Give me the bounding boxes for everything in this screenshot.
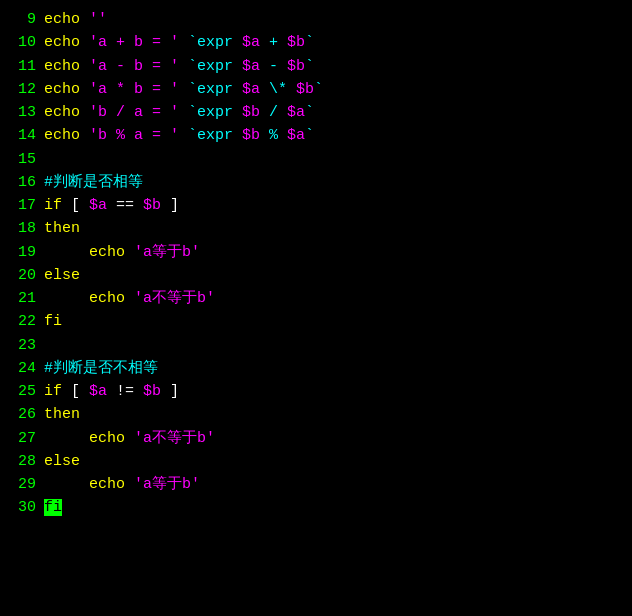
line-code: #判断是否相等 — [44, 171, 143, 194]
code-token: 'b / a = ' — [89, 104, 179, 121]
code-token: echo — [44, 476, 134, 493]
code-token: echo — [44, 244, 134, 261]
code-token: echo — [44, 127, 89, 144]
code-line: 28else — [8, 450, 624, 473]
code-token: \* — [260, 81, 296, 98]
code-editor: 9echo ''10echo 'a + b = ' `expr $a + $b`… — [0, 8, 632, 520]
code-line: 24#判断是否不相等 — [8, 357, 624, 380]
code-line: 17if [ $a == $b ] — [8, 194, 624, 217]
line-code: echo 'a - b = ' `expr $a - $b` — [44, 55, 314, 78]
line-number: 29 — [8, 473, 36, 496]
code-token: fi — [44, 499, 62, 516]
code-line: 26then — [8, 403, 624, 426]
line-number: 19 — [8, 241, 36, 264]
line-number: 27 — [8, 427, 36, 450]
code-token: echo — [44, 58, 89, 75]
code-token: % — [260, 127, 287, 144]
line-code: echo 'a等于b' — [44, 241, 200, 264]
line-number: 12 — [8, 78, 36, 101]
code-token: ` — [305, 127, 314, 144]
line-number: 24 — [8, 357, 36, 380]
code-token: [ — [62, 383, 89, 400]
code-token: else — [44, 267, 80, 284]
line-number: 13 — [8, 101, 36, 124]
code-line: 11echo 'a - b = ' `expr $a - $b` — [8, 55, 624, 78]
line-code: fi — [44, 310, 62, 333]
line-number: 20 — [8, 264, 36, 287]
code-token: + — [260, 34, 287, 51]
code-token: 'a等于b' — [134, 244, 200, 261]
code-token: $a — [287, 127, 305, 144]
code-token: != — [107, 383, 143, 400]
code-line: 22fi — [8, 310, 624, 333]
code-token: 'b % a = ' — [89, 127, 179, 144]
code-line: 19 echo 'a等于b' — [8, 241, 624, 264]
line-code: echo 'a等于b' — [44, 473, 200, 496]
code-line: 30fi — [8, 496, 624, 519]
code-token: $b — [287, 34, 305, 51]
code-token: $b — [296, 81, 314, 98]
code-token: else — [44, 453, 80, 470]
code-token: ` — [305, 104, 314, 121]
code-token: 'a不等于b' — [134, 290, 215, 307]
line-code: then — [44, 217, 80, 240]
line-code: echo '' — [44, 8, 107, 31]
code-token: $a — [89, 383, 107, 400]
code-line: 29 echo 'a等于b' — [8, 473, 624, 496]
code-line: 9echo '' — [8, 8, 624, 31]
code-token: ` — [314, 81, 323, 98]
line-code: then — [44, 403, 80, 426]
code-line: 12echo 'a * b = ' `expr $a \* $b` — [8, 78, 624, 101]
line-number: 15 — [8, 148, 36, 171]
code-token: `expr — [179, 104, 242, 121]
line-number: 30 — [8, 496, 36, 519]
code-line: 18then — [8, 217, 624, 240]
code-line: 27 echo 'a不等于b' — [8, 427, 624, 450]
code-token: ] — [161, 383, 179, 400]
code-line: 13echo 'b / a = ' `expr $b / $a` — [8, 101, 624, 124]
code-line: 16#判断是否相等 — [8, 171, 624, 194]
code-token: $b — [242, 127, 260, 144]
code-line: 14echo 'b % a = ' `expr $b % $a` — [8, 124, 624, 147]
code-token: echo — [44, 81, 89, 98]
code-token: echo — [44, 430, 134, 447]
code-line: 20else — [8, 264, 624, 287]
line-number: 9 — [8, 8, 36, 31]
code-token: echo — [44, 34, 89, 51]
code-token: $a — [287, 104, 305, 121]
line-code: else — [44, 450, 80, 473]
code-token: fi — [44, 313, 62, 330]
code-line: 15 — [8, 148, 624, 171]
line-code: echo 'a不等于b' — [44, 287, 215, 310]
code-line: 10echo 'a + b = ' `expr $a + $b` — [8, 31, 624, 54]
code-token: echo — [44, 290, 134, 307]
code-token: #判断是否不相等 — [44, 360, 158, 377]
line-number: 18 — [8, 217, 36, 240]
code-token: / — [260, 104, 287, 121]
line-code: echo 'a + b = ' `expr $a + $b` — [44, 31, 314, 54]
code-line: 25if [ $a != $b ] — [8, 380, 624, 403]
line-number: 22 — [8, 310, 36, 333]
code-token: $a — [242, 81, 260, 98]
code-token: 'a等于b' — [134, 476, 200, 493]
code-token: if — [44, 197, 62, 214]
line-code: if [ $a == $b ] — [44, 194, 179, 217]
line-number: 26 — [8, 403, 36, 426]
line-code: echo 'b / a = ' `expr $b / $a` — [44, 101, 314, 124]
line-number: 28 — [8, 450, 36, 473]
line-code: fi — [44, 496, 62, 519]
code-token: - — [260, 58, 287, 75]
code-token: $b — [242, 104, 260, 121]
code-token: $b — [143, 383, 161, 400]
line-number: 17 — [8, 194, 36, 217]
line-number: 14 — [8, 124, 36, 147]
line-number: 23 — [8, 334, 36, 357]
code-token: `expr — [179, 81, 242, 98]
code-token: == — [107, 197, 143, 214]
code-token: ] — [161, 197, 179, 214]
code-token: ` — [305, 58, 314, 75]
code-token: #判断是否相等 — [44, 174, 143, 191]
line-code: echo 'a不等于b' — [44, 427, 215, 450]
code-token: `expr — [179, 58, 242, 75]
code-token: $b — [287, 58, 305, 75]
